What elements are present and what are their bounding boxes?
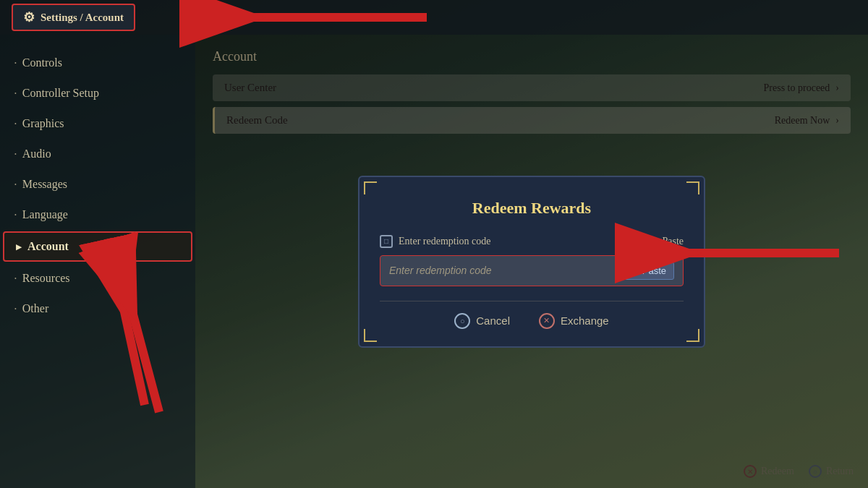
corner-tr: [686, 181, 699, 194]
sidebar-item-audio[interactable]: • Audio: [0, 140, 195, 168]
paste-button[interactable]: 📋 Paste: [620, 262, 674, 280]
corner-br: [686, 329, 699, 342]
bullet-icon: •: [14, 181, 17, 188]
modal-overlay: Redeem Rewards □ Enter redemption code P…: [195, 35, 868, 488]
exchange-icon: ✕: [543, 316, 550, 325]
paste-btn-label: Paste: [642, 265, 666, 276]
bullet-icon: •: [14, 90, 17, 97]
sidebar-label-other: Other: [22, 302, 48, 315]
settings-tab-label: Settings / Account: [41, 12, 124, 24]
sidebar-label-controller-setup: Controller Setup: [22, 87, 99, 100]
sidebar-label-language: Language: [22, 208, 68, 221]
sidebar-item-messages[interactable]: • Messages: [0, 171, 195, 198]
main-container: ⚙ Settings / Account • Controls • Contro…: [0, 0, 868, 488]
header-bar: ⚙ Settings / Account: [0, 0, 868, 35]
paste-label-right: Paste: [649, 236, 684, 247]
bullet-icon: •: [14, 275, 17, 282]
clipboard-icon: 📋: [628, 265, 639, 275]
cancel-button[interactable]: ○ Cancel: [454, 313, 510, 329]
sidebar-label-controls: Controls: [22, 56, 62, 69]
bullet-icon: •: [14, 306, 17, 312]
corner-bl: [364, 329, 377, 342]
input-label-text: Enter redemption code: [399, 236, 491, 247]
bullet-icon: •: [14, 121, 17, 127]
sidebar-label-account: Account: [27, 240, 69, 253]
paste-top-label: Paste: [662, 236, 684, 247]
cancel-label: Cancel: [476, 314, 510, 327]
corner-tl: [364, 181, 377, 194]
main-panel: Account User Center Press to proceed › R…: [195, 35, 868, 488]
exchange-button[interactable]: ✕ Exchange: [539, 313, 609, 329]
sidebar-item-language[interactable]: • Language: [0, 201, 195, 228]
input-row: 📋 Paste: [380, 255, 684, 286]
content-area: • Controls • Controller Setup • Graphics…: [0, 35, 868, 488]
sidebar-item-account[interactable]: ▶ Account: [3, 231, 192, 262]
bullet-icon: •: [14, 151, 17, 158]
triangle-icon: [649, 238, 658, 245]
cancel-circle-icon: ○: [454, 313, 470, 329]
modal-title: Redeem Rewards: [380, 199, 684, 218]
sidebar-label-audio: Audio: [22, 147, 51, 160]
sidebar: • Controls • Controller Setup • Graphics…: [0, 35, 195, 488]
redeem-rewards-modal: Redeem Rewards □ Enter redemption code P…: [358, 176, 705, 348]
sidebar-item-controls[interactable]: • Controls: [0, 49, 195, 77]
redemption-code-input[interactable]: [389, 265, 614, 276]
modal-buttons: ○ Cancel ✕ Exchange: [380, 313, 684, 329]
sidebar-item-graphics[interactable]: • Graphics: [0, 110, 195, 137]
cancel-icon: ○: [460, 317, 465, 325]
gear-icon: ⚙: [23, 9, 35, 25]
bullet-icon: •: [14, 212, 17, 218]
input-icon: □: [380, 235, 393, 248]
sidebar-label-messages: Messages: [22, 178, 67, 191]
sidebar-label-graphics: Graphics: [22, 117, 64, 130]
settings-tab[interactable]: ⚙ Settings / Account: [12, 4, 135, 31]
bullet-icon: •: [14, 60, 17, 67]
sidebar-item-resources[interactable]: • Resources: [0, 265, 195, 292]
sidebar-item-other[interactable]: • Other: [0, 295, 195, 322]
exchange-label: Exchange: [561, 314, 609, 327]
modal-divider: [380, 301, 684, 301]
exchange-circle-icon: ✕: [539, 313, 555, 329]
sidebar-item-controller-setup[interactable]: • Controller Setup: [0, 80, 195, 107]
modal-input-label-row: □ Enter redemption code Paste: [380, 235, 684, 248]
bullet-icon: ▶: [16, 243, 22, 251]
sidebar-label-resources: Resources: [22, 272, 70, 285]
